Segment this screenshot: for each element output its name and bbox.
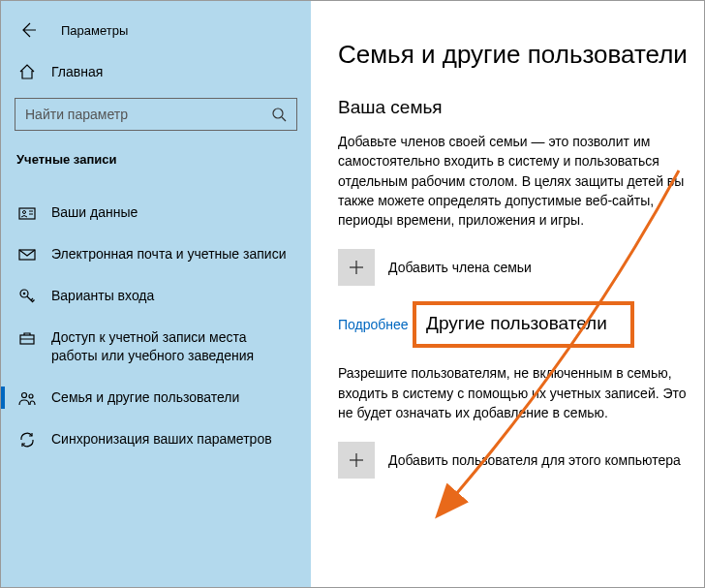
sidebar-item-email-accounts[interactable]: Электронная почта и учетные записи xyxy=(1,233,311,275)
add-other-label: Добавить пользователя для этого компьюте… xyxy=(388,452,681,468)
add-family-label: Добавить члена семьи xyxy=(388,260,532,275)
svg-line-1 xyxy=(282,117,286,121)
window-title: Параметры xyxy=(61,23,128,38)
home-icon xyxy=(18,63,36,80)
sidebar-item-label: Семья и другие пользователи xyxy=(51,388,239,407)
family-heading: Ваша семья xyxy=(338,97,704,118)
arrow-left-icon xyxy=(19,21,37,39)
sync-icon xyxy=(18,431,36,449)
plus-icon xyxy=(338,442,375,479)
sidebar-item-label: Синхронизация ваших параметров xyxy=(51,430,272,449)
sidebar-home-label: Главная xyxy=(51,64,103,79)
add-family-member-button[interactable]: Добавить члена семьи xyxy=(338,249,704,286)
sidebar-item-label: Варианты входа xyxy=(51,287,154,305)
sidebar-item-sync[interactable]: Синхронизация ваших параметров xyxy=(1,418,311,460)
people-icon xyxy=(18,389,36,407)
id-card-icon xyxy=(18,204,36,222)
back-button[interactable] xyxy=(16,18,40,42)
sidebar-item-your-info[interactable]: Ваши данные xyxy=(1,192,311,233)
sidebar-section-title: Учетные записи xyxy=(1,152,311,167)
others-heading: Другие пользователи xyxy=(426,313,607,334)
annotation-highlight: Другие пользователи xyxy=(413,301,634,348)
sidebar-item-family-users[interactable]: Семья и другие пользователи xyxy=(1,377,311,418)
sidebar-item-work-access[interactable]: Доступ к учетной записи места работы или… xyxy=(1,317,311,377)
search-box[interactable] xyxy=(15,98,297,131)
plus-icon xyxy=(338,249,375,286)
family-description: Добавьте членов своей семьи — это позвол… xyxy=(338,132,704,230)
svg-point-0 xyxy=(273,108,283,118)
key-icon xyxy=(18,288,36,305)
sidebar-item-label: Электронная почта и учетные записи xyxy=(51,245,286,263)
sidebar-item-label: Ваши данные xyxy=(51,203,138,222)
others-description: Разрешите пользователям, не включенным в… xyxy=(338,363,704,422)
sidebar-home[interactable]: Главная xyxy=(1,63,311,80)
learn-more-link[interactable]: Подробнее xyxy=(338,317,409,332)
briefcase-icon xyxy=(18,329,36,347)
page-title: Семья и другие пользователи xyxy=(338,40,704,70)
sidebar-item-label: Доступ к учетной записи места работы или… xyxy=(51,328,293,365)
search-input[interactable] xyxy=(25,107,271,122)
svg-point-3 xyxy=(23,211,26,214)
content-pane: Семья и другие пользователи Ваша семья Д… xyxy=(311,1,704,587)
sidebar: Параметры Главная Учетные записи xyxy=(1,1,311,587)
svg-point-8 xyxy=(23,293,26,295)
add-other-user-button[interactable]: Добавить пользователя для этого компьюте… xyxy=(338,442,704,479)
svg-point-12 xyxy=(29,394,33,398)
sidebar-item-signin-options[interactable]: Варианты входа xyxy=(1,275,311,317)
mail-icon xyxy=(18,246,36,263)
search-icon xyxy=(271,107,287,122)
svg-point-11 xyxy=(22,392,27,397)
